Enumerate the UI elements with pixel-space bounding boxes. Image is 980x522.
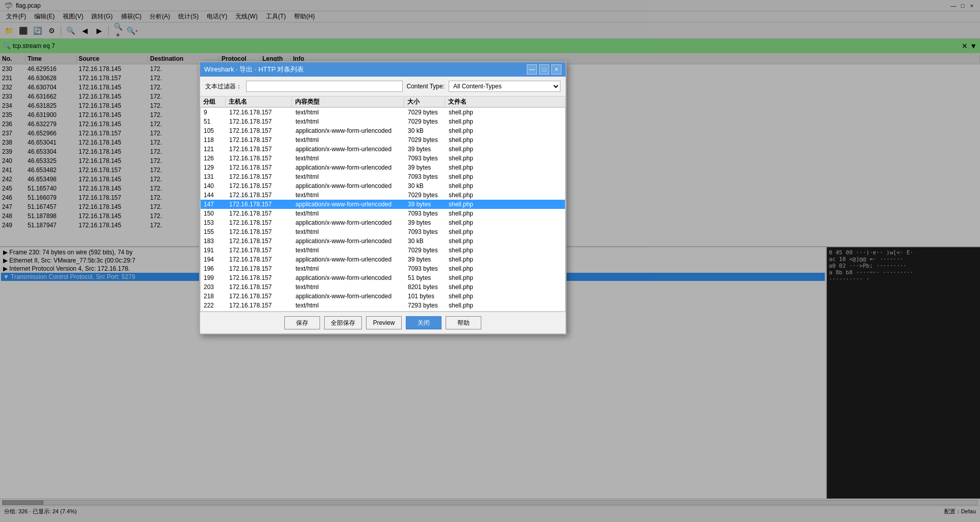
modal-cell-size: 39 bytes [405, 146, 446, 153]
modal-cell-host: 172.16.178.157 [226, 164, 292, 171]
list-item[interactable]: 150 172.16.178.157 text/html 7093 bytes … [201, 209, 565, 218]
modal-cell-content: text/html [292, 265, 405, 272]
modal-cell-content: application/x-www-form-urlencoded [292, 256, 405, 263]
modal-cell-host: 172.16.178.157 [226, 192, 292, 199]
list-item[interactable]: 144 172.16.178.157 text/html 7029 bytes … [201, 191, 565, 200]
modal-cell-size: 7029 bytes [405, 109, 446, 116]
modal-cell-size: 39 bytes [405, 164, 446, 171]
modal-cell-filename: shell.php [446, 256, 565, 263]
modal-cell-seg: 155 [201, 228, 226, 235]
modal-cell-seg: 194 [201, 256, 226, 263]
list-item[interactable]: 126 172.16.178.157 text/html 7093 bytes … [201, 154, 565, 163]
list-item[interactable]: 194 172.16.178.157 application/x-www-for… [201, 255, 565, 264]
modal-cell-size: 30 kB [405, 127, 446, 134]
close-button[interactable]: 关闭 [406, 316, 442, 329]
modal-cell-host: 172.16.178.157 [226, 173, 292, 180]
list-item[interactable]: 51 172.16.178.157 text/html 7029 bytes s… [201, 117, 565, 126]
modal-cell-seg: 203 [201, 283, 226, 291]
list-item[interactable]: 131 172.16.178.157 text/html 7093 bytes … [201, 172, 565, 181]
modal-filter-row: 文本过滤器： Content Type: All Content-Typeste… [200, 77, 566, 96]
modal-cell-host: 172.16.178.157 [226, 136, 292, 144]
list-item[interactable]: 9 172.16.178.157 text/html 7029 bytes sh… [201, 108, 565, 117]
modal-cell-content: application/x-www-form-urlencoded [292, 238, 405, 245]
modal-cell-content: text/html [292, 109, 405, 116]
modal-cell-filename: shell.php [446, 210, 565, 217]
modal-cell-size: 30 kB [405, 238, 446, 245]
modal-cell-content: application/x-www-form-urlencoded [292, 182, 405, 189]
modal-cell-filename: shell.php [446, 247, 565, 254]
modal-cell-host: 172.16.178.157 [226, 293, 292, 300]
list-item[interactable]: 118 172.16.178.157 text/html 7029 bytes … [201, 135, 565, 145]
list-item[interactable]: 222 172.16.178.157 text/html 7293 bytes … [201, 301, 565, 310]
filter-label: 文本过滤器： [205, 82, 242, 91]
modal-close-button[interactable]: × [551, 64, 561, 75]
modal-cell-content: application/x-www-form-urlencoded [292, 201, 405, 208]
modal-cell-filename: shell.php [446, 238, 565, 245]
modal-cell-content: application/x-www-form-urlencoded [292, 293, 405, 300]
modal-cell-filename: shell.php [446, 283, 565, 291]
list-item[interactable]: 183 172.16.178.157 application/x-www-for… [201, 236, 565, 246]
list-item[interactable]: 121 172.16.178.157 application/x-www-for… [201, 145, 565, 154]
list-item[interactable]: 140 172.16.178.157 application/x-www-for… [201, 181, 565, 191]
modal-cell-filename: shell.php [446, 146, 565, 153]
content-type-label: Content Type: [407, 83, 445, 90]
modal-cell-filename: shell.php [446, 155, 565, 162]
modal-cell-size: 7029 bytes [405, 118, 446, 125]
modal-maximize-button[interactable]: □ [539, 64, 549, 75]
modal-cell-host: 172.16.178.157 [226, 302, 292, 309]
list-item[interactable]: 153 172.16.178.157 application/x-www-for… [201, 218, 565, 227]
list-item[interactable]: 155 172.16.178.157 text/html 7093 bytes … [201, 227, 565, 236]
modal-cell-seg: 218 [201, 293, 226, 300]
list-item[interactable]: 196 172.16.178.157 text/html 7093 bytes … [201, 264, 565, 273]
modal-cell-size: 39 bytes [405, 256, 446, 263]
list-item[interactable]: 147 172.16.178.157 application/x-www-for… [201, 200, 565, 209]
modal-col-filename: 文件名 [445, 98, 566, 106]
modal-cell-filename: shell.php [446, 164, 565, 171]
modal-cell-content: text/html [292, 302, 405, 309]
modal-cell-host: 172.16.178.157 [226, 219, 292, 226]
list-item[interactable]: 203 172.16.178.157 text/html 8201 bytes … [201, 282, 565, 292]
modal-cell-content: text/html [292, 155, 405, 162]
modal-cell-seg: 147 [201, 201, 226, 208]
modal-cell-content: application/x-www-form-urlencoded [292, 146, 405, 153]
modal-cell-size: 7029 bytes [405, 247, 446, 254]
modal-col-seg: 分组 [200, 98, 226, 106]
modal-cell-content: text/html [292, 192, 405, 199]
modal-cell-content: text/html [292, 118, 405, 125]
modal-cell-content: text/html [292, 228, 405, 235]
modal-cell-filename: shell.php [446, 293, 565, 300]
list-item[interactable]: 218 172.16.178.157 application/x-www-for… [201, 292, 565, 301]
modal-filter-input[interactable] [246, 81, 403, 92]
modal-cell-seg: 150 [201, 210, 226, 217]
modal-cell-size: 7093 bytes [405, 173, 446, 180]
modal-cell-seg: 129 [201, 164, 226, 171]
modal-cell-content: text/html [292, 210, 405, 217]
modal-cell-seg: 105 [201, 127, 226, 134]
modal-cell-filename: shell.php [446, 192, 565, 199]
modal-cell-size: 51 bytes [405, 274, 446, 281]
modal-titlebar-controls: — □ × [527, 64, 561, 75]
modal-cell-host: 172.16.178.157 [226, 265, 292, 272]
help-button[interactable]: 帮助 [446, 316, 481, 329]
preview-button[interactable]: Preview [366, 316, 402, 329]
modal-cell-filename: shell.php [446, 182, 565, 189]
list-item[interactable]: 105 172.16.178.157 application/x-www-for… [201, 126, 565, 135]
modal-cell-host: 172.16.178.157 [226, 228, 292, 235]
list-item[interactable]: 191 172.16.178.157 text/html 7029 bytes … [201, 246, 565, 255]
modal-cell-content: application/x-www-form-urlencoded [292, 219, 405, 226]
list-item[interactable]: 129 172.16.178.157 application/x-www-for… [201, 163, 565, 172]
modal-cell-host: 172.16.178.157 [226, 238, 292, 245]
modal-cell-size: 8201 bytes [405, 283, 446, 291]
modal-cell-seg: 140 [201, 182, 226, 189]
modal-cell-content: text/html [292, 247, 405, 254]
save-all-button[interactable]: 全部保存 [324, 316, 362, 329]
list-item[interactable]: 199 172.16.178.157 application/x-www-for… [201, 273, 565, 282]
modal-cell-seg: 144 [201, 192, 226, 199]
modal-minimize-button[interactable]: — [527, 64, 537, 75]
modal-table-body[interactable]: 9 172.16.178.157 text/html 7029 bytes sh… [200, 107, 566, 312]
save-button[interactable]: 保存 [284, 316, 320, 329]
modal-cell-size: 7093 bytes [405, 265, 446, 272]
modal-cell-seg: 199 [201, 274, 226, 281]
modal-cell-filename: shell.php [446, 127, 565, 134]
content-type-select[interactable]: All Content-Typestext/htmlapplication/x-… [449, 81, 560, 92]
